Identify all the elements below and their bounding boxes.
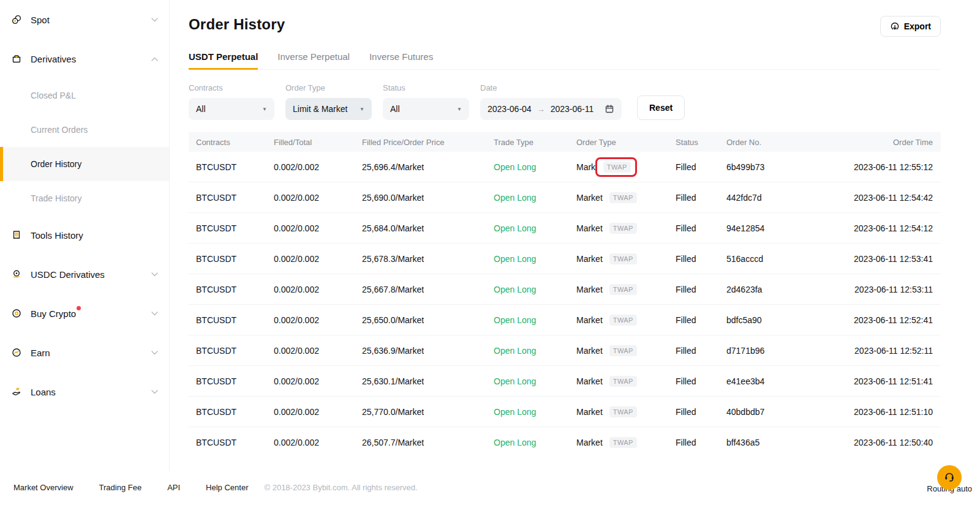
cell-order-time: 2023-06-11 12:53:11	[844, 285, 941, 294]
chevron-down-icon	[151, 18, 158, 22]
tab-inverse-perpetual[interactable]: Inverse Perpetual	[277, 51, 350, 69]
column-header: Order No.	[719, 138, 844, 147]
cell-status: Filled	[668, 193, 719, 203]
sidebar-item-buy-crypto[interactable]: Buy Crypto	[0, 294, 169, 333]
cell-price: 25,684.0/Market	[355, 223, 486, 233]
derivatives-icon	[11, 53, 22, 64]
tools-history-icon	[11, 230, 22, 241]
earn-icon	[11, 347, 22, 358]
status-select[interactable]: All ▼	[383, 98, 469, 120]
twap-annotation-box: TWAP	[604, 219, 643, 237]
cell-order-no: bff436a5	[719, 438, 844, 447]
cell-filled-total: 0.002/0.002	[266, 407, 355, 417]
sidebar-item-closed-pnl[interactable]: Closed P&L	[0, 78, 169, 113]
contracts-select[interactable]: All ▼	[189, 98, 274, 120]
sidebar-item-current-orders[interactable]: Current Orders	[0, 113, 169, 147]
cell-contract: BTCUSDT	[189, 254, 266, 264]
twap-annotation-box: TWAP	[595, 157, 637, 177]
sidebar-item-spot[interactable]: Spot	[0, 0, 169, 39]
twap-annotation-box: TWAP	[604, 433, 643, 452]
twap-annotation-box: TWAP	[604, 311, 643, 329]
cell-order-no: 6b499b73	[719, 162, 844, 172]
cell-order-no: 516acccd	[719, 254, 844, 264]
column-header: Trade Type	[486, 138, 569, 147]
cell-price: 25,667.8/Market	[355, 285, 486, 294]
twap-badge: TWAP	[609, 376, 637, 387]
sidebar-item-label: Tools History	[31, 230, 83, 241]
cell-status: Filled	[668, 407, 719, 417]
app-window: Spot Derivatives Closed P&L Current Ord	[0, 0, 980, 471]
sidebar-subitem-label: Order History	[31, 159, 81, 169]
cell-order-time: 2023-06-11 12:51:10	[844, 407, 941, 417]
cell-trade-type: Open Long	[486, 346, 569, 356]
cell-contract: BTCUSDT	[189, 438, 266, 447]
tab-inverse-futures[interactable]: Inverse Futures	[369, 51, 433, 69]
support-chat-button[interactable]	[937, 465, 962, 490]
reset-button[interactable]: Reset	[637, 95, 685, 120]
cell-trade-type: Open Long	[486, 223, 569, 233]
twap-badge: TWAP	[609, 345, 637, 356]
cell-order-time: 2023-06-11 12:55:12	[844, 162, 941, 172]
table-header-row: Contracts Filled/Total Filled Price/Orde…	[189, 132, 941, 152]
footer-link-help-center[interactable]: Help Center	[206, 483, 248, 492]
cell-order-time: 2023-06-11 12:52:41	[844, 315, 941, 325]
cell-trade-type: Open Long	[486, 254, 569, 264]
footer-link-api[interactable]: API	[167, 483, 180, 492]
date-from: 2023-06-04	[488, 104, 532, 114]
sidebar-item-trade-history[interactable]: Trade History	[0, 181, 169, 215]
usdc-derivatives-icon	[11, 269, 22, 280]
cell-filled-total: 0.002/0.002	[266, 315, 355, 325]
sidebar-item-label: USDC Derivatives	[31, 269, 105, 280]
cell-order-no: e41ee3b4	[719, 376, 844, 386]
twap-badge: TWAP	[609, 406, 637, 417]
cell-filled-total: 0.002/0.002	[266, 438, 355, 447]
footer-link-market-overview[interactable]: Market Overview	[13, 483, 74, 492]
cell-trade-type: Open Long	[486, 162, 569, 172]
export-button[interactable]: Export	[880, 16, 941, 37]
cell-price: 25,650.0/Market	[355, 315, 486, 325]
tab-usdt-perpetual[interactable]: USDT Perpetual	[189, 51, 258, 69]
sidebar-item-tools-history[interactable]: Tools History	[0, 215, 169, 255]
twap-badge: TWAP	[609, 192, 637, 203]
copyright-text: © 2018-2023 Bybit.com. All rights reserv…	[264, 483, 417, 492]
cell-order-no: 40bdbdb7	[719, 407, 844, 417]
table-row: BTCUSDT 0.002/0.002 25,636.9/Market Open…	[189, 335, 941, 366]
cell-order-type: Market TWAP	[569, 372, 668, 390]
cell-trade-type: Open Long	[486, 285, 569, 294]
cell-contract: BTCUSDT	[189, 223, 266, 233]
footer-link-trading-fee[interactable]: Trading Fee	[99, 483, 142, 492]
cell-status: Filled	[668, 438, 719, 447]
cell-price: 25,678.3/Market	[355, 254, 486, 264]
table-body: BTCUSDT 0.002/0.002 25,696.4/Market Open…	[189, 152, 941, 458]
cell-price: 25,636.9/Market	[355, 346, 486, 356]
table-row: BTCUSDT 0.002/0.002 25,667.8/Market Open…	[189, 274, 941, 305]
sidebar-item-derivatives[interactable]: Derivatives	[0, 39, 169, 78]
chevron-down-icon	[151, 351, 158, 355]
table-row: BTCUSDT 0.002/0.002 25,684.0/Market Open…	[189, 213, 941, 244]
cell-order-time: 2023-06-11 12:50:40	[844, 438, 941, 447]
order-type-select[interactable]: Limit & Market ▼	[285, 98, 372, 120]
cell-filled-total: 0.002/0.002	[266, 285, 355, 294]
cell-filled-total: 0.002/0.002	[266, 346, 355, 356]
cell-contract: BTCUSDT	[189, 407, 266, 417]
sidebar-item-earn[interactable]: Earn	[0, 333, 169, 372]
column-header: Contracts	[189, 138, 266, 147]
cell-order-type: Market TWAP	[569, 280, 668, 299]
cell-status: Filled	[668, 376, 719, 386]
twap-annotation-box: TWAP	[604, 403, 643, 421]
cell-status: Filled	[668, 223, 719, 233]
cell-contract: BTCUSDT	[189, 376, 266, 386]
cell-contract: BTCUSDT	[189, 285, 266, 294]
sidebar-item-order-history[interactable]: Order History	[0, 147, 169, 181]
cell-order-type: Market TWAP	[569, 311, 668, 329]
tab-bar: USDT Perpetual Inverse Perpetual Inverse…	[189, 51, 941, 70]
sidebar-item-usdc-derivatives[interactable]: USDC Derivatives	[0, 255, 169, 294]
table-row: BTCUSDT 0.002/0.002 25,690.0/Market Open…	[189, 182, 941, 213]
cell-order-time: 2023-06-11 12:54:42	[844, 193, 941, 203]
footer: Market Overview Trading Fee API Help Cen…	[0, 471, 980, 508]
date-range-picker[interactable]: 2023-06-04 → 2023-06-11	[480, 98, 622, 120]
sidebar-item-loans[interactable]: Loans	[0, 372, 169, 411]
table-row: BTCUSDT 0.002/0.002 26,507.7/Market Open…	[189, 427, 941, 458]
page-title: Order History	[189, 16, 285, 33]
column-header: Filled Price/Order Price	[355, 138, 486, 147]
